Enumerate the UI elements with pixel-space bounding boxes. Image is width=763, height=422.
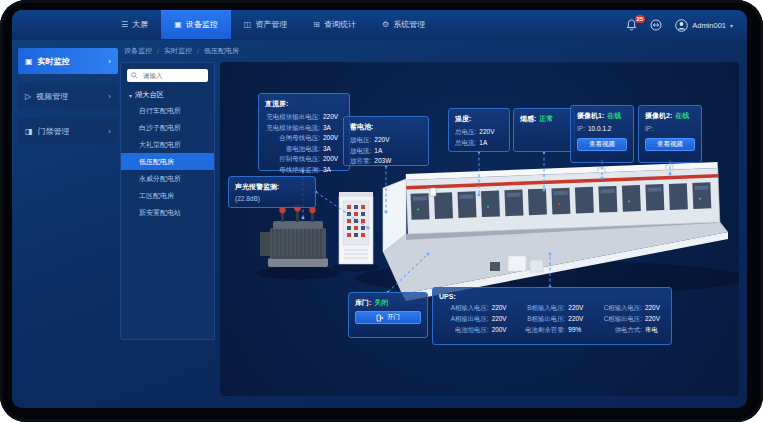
door-status: 关闭 [374, 298, 388, 308]
metric-label: 电池剩余容量: [525, 325, 565, 335]
metric-label: 电池组电压: [455, 325, 489, 335]
panel-title: 温度: [455, 114, 503, 124]
tree-item-active[interactable]: 低压配电房 [121, 153, 214, 170]
nav-tab-asset-management[interactable]: ◫ 资产管理 [231, 10, 301, 39]
sidebar-item-label: 门禁管理 [38, 126, 70, 137]
metric-value: 220V [479, 127, 499, 138]
sidebar-item-access-control[interactable]: ◨ 门禁管理 › [18, 118, 118, 144]
fullscreen-icon[interactable] [650, 19, 662, 31]
realtime-monitor-icon: ▣ [25, 57, 33, 66]
metric-value: 市电 [645, 325, 665, 335]
metric-value: 220V [323, 112, 343, 123]
panel-ups: UPS: A相输入电压:220V B相输入电压:220V C相输入电压:220V… [432, 287, 672, 345]
tree-item[interactable]: 工区配电房 [121, 187, 214, 204]
door-icon: ◨ [25, 127, 33, 136]
chevron-right-icon: › [108, 57, 111, 66]
tree-item[interactable]: 永威分配电所 [121, 170, 214, 187]
chevron-right-icon: › [108, 92, 111, 101]
metric-value: 200V [323, 154, 343, 165]
notifications-button[interactable]: 25 [626, 19, 637, 31]
nav-tab-label: 系统管理 [393, 19, 425, 30]
view-video-button-2[interactable]: 查看视频 [645, 138, 695, 151]
nav-tab-device-monitor[interactable]: ▣ 设备监控 [161, 10, 231, 39]
metric-label: 总电压: [455, 127, 476, 138]
tree-search [127, 69, 208, 82]
user-menu[interactable]: Admin001 ▾ [675, 19, 733, 32]
nav-tab-label: 设备监控 [186, 19, 218, 30]
metric-label: 母线绝缘监测: [279, 165, 320, 176]
nav-tab-query-stats[interactable]: ⊞ 查询统计 [300, 10, 369, 39]
metric-label: 充电模块输出电压: [266, 112, 320, 123]
nav-tab-dashboard[interactable]: ☰ 大屏 [108, 10, 161, 39]
asset-icon: ◫ [244, 20, 252, 29]
tree-item[interactable]: 自行车配电所 [121, 102, 214, 119]
ip-label: IP: [645, 124, 653, 135]
metric-value: 3A [323, 165, 343, 176]
metric-label: 控制母线电压: [279, 154, 320, 165]
panel-door: 库门: 关闭 开门 [348, 292, 428, 338]
nav-tab-system-management[interactable]: ⚙ 系统管理 [369, 10, 438, 39]
device-frame: ☰ 大屏 ▣ 设备监控 ◫ 资产管理 ⊞ 查询统计 ⚙ 系统管理 [0, 0, 763, 422]
breadcrumb-item[interactable]: 设备监控 [124, 46, 152, 56]
metric-label: B相输出电压: [527, 314, 565, 324]
breadcrumb-separator: / [157, 48, 159, 55]
metric-value: 99% [568, 325, 588, 335]
top-navigation-bar: ☰ 大屏 ▣ 设备监控 ◫ 资产管理 ⊞ 查询统计 ⚙ 系统管理 [12, 10, 747, 40]
panel-title: 摄像机1: [577, 111, 604, 121]
tree-item[interactable]: 白沙子配电所 [121, 119, 214, 136]
camera-status: 在线 [675, 111, 689, 121]
ip-label: IP: [577, 124, 585, 135]
nav-tab-label: 大屏 [132, 19, 148, 30]
room-monitor-canvas: 直流屏: 充电模块输出电压:220V 充电模块输出电流:3A 合闸母线电压:20… [220, 62, 739, 396]
stats-icon: ⊞ [313, 20, 320, 29]
sidebar-item-label: 视频管理 [36, 91, 68, 102]
sidebar-item-video-management[interactable]: ▷ 视频管理 › [18, 83, 118, 109]
open-door-icon [376, 314, 384, 322]
panel-temperature: 温度: 总电压:220V 总电流:1A [448, 108, 510, 152]
breadcrumb: 设备监控 / 实时监控 / 低压配电房 [124, 46, 239, 56]
panel-camera-2: 摄像机2: 在线 IP: 查看视频 [638, 105, 702, 163]
open-door-button[interactable]: 开门 [355, 311, 421, 324]
metric-value: 220V [645, 314, 665, 324]
topbar-right-cluster: 25 Admin001 ▾ [626, 10, 733, 40]
panel-title: 蓄电池: [350, 122, 422, 132]
metric-value: 220V [645, 303, 665, 313]
panel-title: 直流屏: [265, 99, 343, 109]
search-input[interactable] [141, 71, 204, 80]
station-tree-panel: ▾ 湖大台区 自行车配电所 白沙子配电所 大礼堂配电所 低压配电房 永威分配电所… [120, 62, 215, 340]
search-icon [131, 72, 138, 79]
tree-item[interactable]: 新安置配电站 [121, 204, 214, 221]
view-video-button-1[interactable]: 查看视频 [577, 138, 627, 151]
panel-title: 摄像机2: [645, 111, 672, 121]
sound-value: (22.8dB) [235, 195, 309, 202]
door-label: 库门: [355, 298, 371, 308]
metric-value: 200V [492, 325, 512, 335]
notification-badge: 25 [635, 15, 646, 23]
metric-label: 总电流: [455, 138, 476, 149]
caret-down-icon: ▾ [129, 92, 132, 99]
sidebar-item-label: 实时监控 [38, 56, 70, 67]
metric-label: 放电压: [350, 135, 371, 146]
breadcrumb-item[interactable]: 低压配电房 [204, 46, 239, 56]
tree-root-node[interactable]: ▾ 湖大台区 [121, 88, 214, 102]
metric-label: A相输入电压: [451, 303, 489, 313]
breadcrumb-item[interactable]: 实时监控 [164, 46, 192, 56]
left-sidebar: ▣ 实时监控 › ▷ 视频管理 › ◨ 门禁管理 › [18, 48, 118, 153]
ups-grid: A相输入电压:220V B相输入电压:220V C相输入电压:220V A相输出… [439, 303, 665, 335]
avatar-icon [675, 19, 688, 32]
smoke-status: 正常 [539, 114, 553, 124]
metric-value: 200V [323, 133, 343, 144]
metric-label: C相输出电压: [604, 314, 642, 324]
metric-label: 蓄电池电流: [286, 144, 320, 155]
chevron-right-icon: › [108, 127, 111, 136]
metric-label: 放容量: [350, 156, 371, 167]
ip-value: 10.0.1.2 [588, 124, 612, 135]
metric-label: 充电模块输出电流: [266, 123, 320, 134]
metric-value: 220V [374, 135, 394, 146]
sidebar-item-realtime-monitor[interactable]: ▣ 实时监控 › [18, 48, 118, 74]
tree-root-label: 湖大台区 [135, 90, 164, 100]
tree-item[interactable]: 大礼堂配电所 [121, 136, 214, 153]
metric-value: 203W [374, 156, 394, 167]
metric-label: 放电流: [350, 146, 371, 157]
metric-value: 1A [479, 138, 499, 149]
